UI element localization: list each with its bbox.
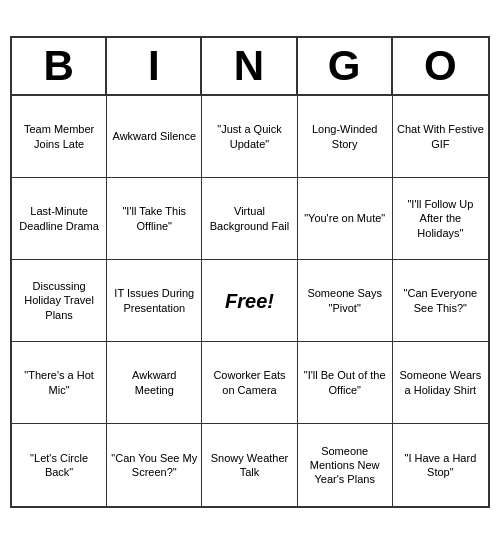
bingo-card: BINGO Team Member Joins LateAwkward Sile… [10, 36, 490, 508]
bingo-grid: Team Member Joins LateAwkward Silence"Ju… [12, 96, 488, 506]
bingo-cell[interactable]: Snowy Weather Talk [202, 424, 297, 506]
bingo-cell[interactable]: "Just a Quick Update" [202, 96, 297, 178]
bingo-cell[interactable]: "Can Everyone See This?" [393, 260, 488, 342]
bingo-cell[interactable]: IT Issues During Presentation [107, 260, 202, 342]
bingo-cell[interactable]: Last-Minute Deadline Drama [12, 178, 107, 260]
bingo-cell[interactable]: Team Member Joins Late [12, 96, 107, 178]
bingo-cell[interactable]: "Can You See My Screen?" [107, 424, 202, 506]
bingo-cell[interactable]: Someone Wears a Holiday Shirt [393, 342, 488, 424]
bingo-letter: I [107, 38, 202, 96]
bingo-cell[interactable]: Coworker Eats on Camera [202, 342, 297, 424]
bingo-cell[interactable]: "You're on Mute" [298, 178, 393, 260]
bingo-cell[interactable]: Chat With Festive GIF [393, 96, 488, 178]
bingo-letter: N [202, 38, 297, 96]
free-space[interactable]: Free! [202, 260, 297, 342]
bingo-cell[interactable]: "I'll Follow Up After the Holidays" [393, 178, 488, 260]
bingo-cell[interactable]: "There's a Hot Mic" [12, 342, 107, 424]
bingo-cell[interactable]: "Let's Circle Back" [12, 424, 107, 506]
bingo-cell[interactable]: Long-Winded Story [298, 96, 393, 178]
bingo-header: BINGO [12, 38, 488, 96]
bingo-letter: O [393, 38, 488, 96]
bingo-cell[interactable]: Virtual Background Fail [202, 178, 297, 260]
bingo-cell[interactable]: "I'll Be Out of the Office" [298, 342, 393, 424]
bingo-cell[interactable]: Awkward Silence [107, 96, 202, 178]
bingo-cell[interactable]: "I'll Take This Offline" [107, 178, 202, 260]
bingo-cell[interactable]: "I Have a Hard Stop" [393, 424, 488, 506]
bingo-letter: G [298, 38, 393, 96]
bingo-cell[interactable]: Awkward Meeting [107, 342, 202, 424]
bingo-cell[interactable]: Discussing Holiday Travel Plans [12, 260, 107, 342]
bingo-cell[interactable]: Someone Mentions New Year's Plans [298, 424, 393, 506]
bingo-cell[interactable]: Someone Says "Pivot" [298, 260, 393, 342]
bingo-letter: B [12, 38, 107, 96]
